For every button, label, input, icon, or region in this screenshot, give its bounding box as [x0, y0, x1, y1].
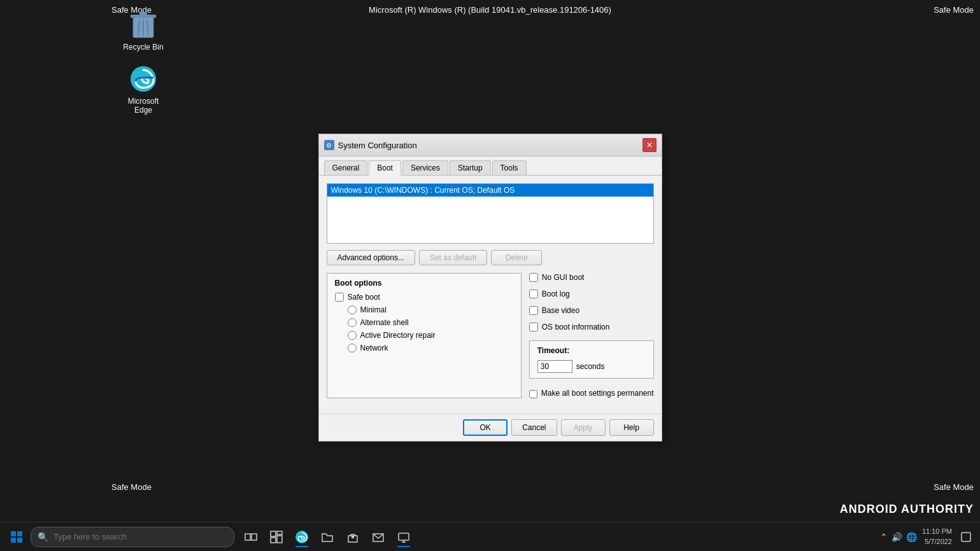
- desktop: Safe Mode Safe Mode Safe Mode Safe Mode …: [0, 0, 980, 551]
- remote-desktop-taskbar-icon[interactable]: [392, 526, 415, 548]
- dialog-title-text: System Configuration: [338, 141, 417, 150]
- timeout-input-row: 30 seconds: [537, 360, 646, 373]
- boot-log-checkbox[interactable]: [529, 289, 538, 298]
- taskbar-icons: [239, 526, 415, 548]
- svg-rect-13: [271, 531, 276, 536]
- svg-rect-7: [11, 531, 16, 536]
- watermark-text: ANDROID AUTHORITY: [840, 503, 974, 515]
- dialog-content: Windows 10 (C:\WINDOWS) : Current OS; De…: [319, 176, 662, 414]
- store-taskbar-icon[interactable]: [341, 526, 364, 548]
- active-directory-label: Active Directory repair: [360, 331, 436, 340]
- os-listbox[interactable]: Windows 10 (C:\WINDOWS) : Current OS; De…: [327, 183, 654, 244]
- search-input[interactable]: [53, 532, 227, 541]
- explorer-taskbar-icon[interactable]: [316, 526, 339, 548]
- svg-rect-10: [17, 538, 22, 543]
- no-gui-boot-option: No GUI boot: [529, 273, 654, 282]
- dialog-overlay: ⚙ System Configuration ✕ General Boot Se…: [0, 0, 980, 551]
- system-config-dialog: ⚙ System Configuration ✕ General Boot Se…: [318, 134, 662, 442]
- network-icon[interactable]: 🌐: [906, 532, 917, 542]
- volume-icon[interactable]: 🔊: [891, 532, 902, 542]
- tab-tools[interactable]: Tools: [492, 160, 527, 175]
- taskbar-search[interactable]: 🔍: [31, 527, 234, 547]
- make-permanent-label: Make all boot settings permanent: [541, 389, 654, 398]
- boot-options-container: Boot options Safe boot Minimal Alternate…: [327, 273, 654, 398]
- timeout-box: Timeout: 30 seconds: [529, 340, 654, 379]
- start-button[interactable]: [5, 526, 28, 548]
- timeout-label: Timeout:: [537, 346, 646, 355]
- ok-button[interactable]: OK: [463, 419, 508, 436]
- advanced-options-button[interactable]: Advanced options...: [327, 250, 415, 265]
- svg-rect-11: [245, 534, 250, 540]
- clock-date: 5/7/2022: [922, 537, 952, 547]
- active-directory-radio[interactable]: [348, 331, 357, 340]
- active-directory-option: Active Directory repair: [335, 331, 513, 340]
- os-boot-info-checkbox[interactable]: [529, 323, 538, 331]
- safe-boot-checkbox[interactable]: [335, 293, 344, 302]
- svg-rect-21: [399, 533, 409, 540]
- os-boot-info-option: OS boot information: [529, 323, 654, 331]
- tab-boot[interactable]: Boot: [369, 160, 401, 176]
- tab-general[interactable]: General: [324, 160, 368, 175]
- svg-rect-9: [11, 538, 16, 543]
- tab-startup[interactable]: Startup: [450, 160, 491, 175]
- svg-rect-8: [17, 531, 22, 536]
- base-video-checkbox[interactable]: [529, 306, 538, 315]
- dialog-title-icon: ⚙: [324, 140, 334, 150]
- svg-rect-19: [352, 536, 354, 538]
- os-boot-info-label: OS boot information: [542, 323, 610, 331]
- boot-log-label: Boot log: [542, 289, 570, 298]
- taskbar: 🔍: [0, 522, 980, 551]
- dialog-close-button[interactable]: ✕: [643, 138, 657, 152]
- notification-button[interactable]: [957, 528, 975, 546]
- boot-options-label: Boot options: [335, 279, 513, 288]
- edge-taskbar-icon[interactable]: [290, 526, 313, 548]
- svg-rect-24: [962, 533, 970, 541]
- minimal-option: Minimal: [335, 305, 513, 314]
- right-options: No GUI boot Boot log Base video: [529, 273, 654, 398]
- svg-rect-15: [271, 538, 276, 543]
- tabs-bar: General Boot Services Startup Tools: [319, 157, 662, 176]
- base-video-option: Base video: [529, 306, 654, 315]
- alternate-shell-radio[interactable]: [348, 318, 357, 327]
- svg-rect-12: [252, 534, 257, 540]
- minimal-radio[interactable]: [348, 305, 357, 314]
- boot-options-box: Boot options Safe boot Minimal Alternate…: [327, 273, 522, 398]
- mail-taskbar-icon[interactable]: [367, 526, 390, 548]
- base-video-label: Base video: [542, 306, 579, 315]
- dialog-titlebar-left: ⚙ System Configuration: [324, 140, 417, 150]
- task-view-button[interactable]: [239, 526, 262, 548]
- delete-button[interactable]: Delete: [491, 250, 542, 265]
- bottom-buttons: OK Cancel Apply Help: [319, 414, 662, 441]
- make-permanent-option: Make all boot settings permanent: [529, 389, 654, 398]
- timeout-input[interactable]: 30: [537, 360, 572, 373]
- tab-services[interactable]: Services: [402, 160, 448, 175]
- network-radio[interactable]: [348, 344, 357, 352]
- chevron-up-icon[interactable]: ⌃: [880, 532, 888, 542]
- no-gui-boot-label: No GUI boot: [542, 273, 585, 282]
- os-list-item[interactable]: Windows 10 (C:\WINDOWS) : Current OS; De…: [327, 184, 653, 197]
- safe-boot-option: Safe boot: [335, 293, 513, 302]
- apply-button[interactable]: Apply: [561, 419, 606, 436]
- taskbar-clock[interactable]: 11:10 PM 5/7/2022: [922, 527, 952, 547]
- boot-log-option: Boot log: [529, 289, 654, 298]
- taskbar-right: ⌃ 🔊 🌐 11:10 PM 5/7/2022: [880, 527, 975, 547]
- help-button[interactable]: Help: [609, 419, 654, 436]
- alternate-shell-label: Alternate shell: [360, 318, 409, 327]
- svg-rect-14: [277, 531, 282, 534]
- make-permanent-checkbox[interactable]: [529, 390, 537, 398]
- clock-time: 11:10 PM: [922, 527, 952, 536]
- taskbar-sys-icons: ⌃ 🔊 🌐: [880, 532, 917, 542]
- alternate-shell-option: Alternate shell: [335, 318, 513, 327]
- dialog-titlebar: ⚙ System Configuration ✕: [319, 134, 662, 157]
- search-icon: 🔍: [38, 532, 48, 542]
- svg-rect-16: [277, 536, 282, 543]
- widgets-button[interactable]: [265, 526, 288, 548]
- no-gui-boot-checkbox[interactable]: [529, 273, 538, 282]
- network-label: Network: [360, 344, 388, 352]
- cancel-button[interactable]: Cancel: [511, 419, 557, 436]
- right-checkboxes: No GUI boot Boot log Base video: [529, 273, 654, 335]
- watermark: ANDROID AUTHORITY: [840, 503, 974, 516]
- safe-boot-label: Safe boot: [348, 293, 380, 302]
- seconds-label: seconds: [576, 362, 605, 371]
- set-default-button[interactable]: Set as default: [419, 250, 487, 265]
